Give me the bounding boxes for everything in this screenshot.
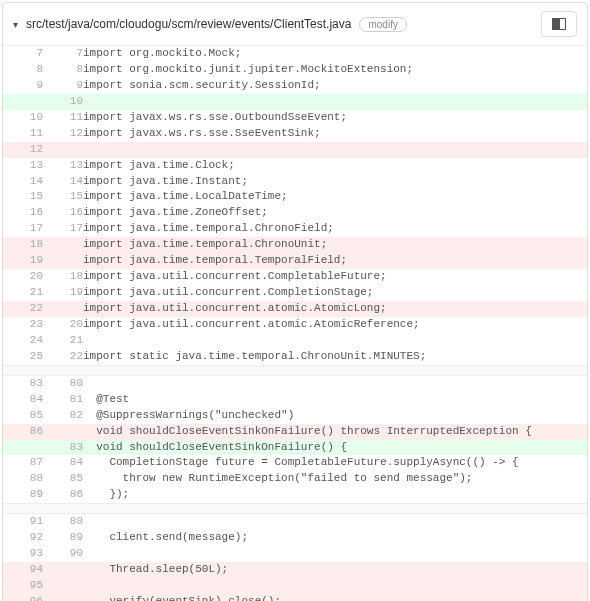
line-number-old: 23 (3, 317, 43, 333)
file-path: src/test/java/com/cloudogu/scm/review/ev… (26, 17, 351, 31)
diff-row: 12 (3, 142, 587, 158)
columns-icon (552, 18, 566, 30)
code-content[interactable]: Thread.sleep(50L); (83, 562, 587, 578)
code-content[interactable]: throw new RuntimeException("failed to se… (83, 471, 587, 487)
line-number-old: 86 (3, 424, 43, 440)
diff-row: 1011import javax.ws.rs.sse.OutboundSseEv… (3, 110, 587, 126)
line-number-old: 7 (3, 46, 43, 62)
code-content[interactable]: import javax.ws.rs.sse.OutboundSseEvent; (83, 110, 587, 126)
diff-row: 2320import java.util.concurrent.atomic.A… (3, 317, 587, 333)
code-content[interactable] (83, 578, 587, 594)
diff-gap (3, 365, 587, 375)
code-content[interactable]: import java.time.temporal.ChronoField; (83, 221, 587, 237)
code-content[interactable]: @Test (83, 392, 587, 408)
line-number-old: 8 (3, 62, 43, 78)
code-content[interactable]: import java.time.temporal.ChronoUnit; (83, 237, 587, 253)
diff-row: 9188 (3, 514, 587, 530)
diff-row: 2421 (3, 333, 587, 349)
line-number-old: 11 (3, 126, 43, 142)
diff-row: 1717import java.time.temporal.ChronoFiel… (3, 221, 587, 237)
line-number-old: 19 (3, 253, 43, 269)
line-number-old: 96 (3, 594, 43, 601)
chevron-down-icon: ▾ (13, 19, 18, 30)
code-content[interactable] (83, 514, 587, 530)
line-number-new: 84 (43, 455, 83, 471)
line-number-new: 83 (43, 440, 83, 456)
diff-row: 8885 throw new RuntimeException("failed … (3, 471, 587, 487)
line-number-new (43, 142, 83, 158)
line-number-new: 11 (43, 110, 83, 126)
code-content[interactable]: import java.time.temporal.TemporalField; (83, 253, 587, 269)
diff-row: 8986 }); (3, 487, 587, 503)
line-number-old: 10 (3, 110, 43, 126)
code-content[interactable]: import static java.time.temporal.ChronoU… (83, 349, 587, 365)
diff-row: 10 (3, 94, 587, 110)
code-content[interactable]: import java.time.Clock; (83, 158, 587, 174)
diff-table: 77import org.mockito.Mock;88import org.m… (3, 46, 587, 601)
code-content[interactable]: import java.util.concurrent.atomic.Atomi… (83, 317, 587, 333)
line-number-old: 20 (3, 269, 43, 285)
diff-row: 99import sonia.scm.security.SessionId; (3, 78, 587, 94)
line-number-old: 14 (3, 174, 43, 190)
line-number-new: 14 (43, 174, 83, 190)
code-content[interactable]: import javax.ws.rs.sse.SseEventSink; (83, 126, 587, 142)
line-number-new (43, 424, 83, 440)
diff-gap (3, 504, 587, 514)
code-content[interactable]: import java.time.ZoneOffset; (83, 205, 587, 221)
line-number-new: 13 (43, 158, 83, 174)
diff-row: 77import org.mockito.Mock; (3, 46, 587, 62)
code-content[interactable]: import java.util.concurrent.CompletionSt… (83, 285, 587, 301)
diff-row: 8380 (3, 375, 587, 391)
code-content[interactable]: @SuppressWarnings("unchecked") (83, 408, 587, 424)
line-number-old: 92 (3, 530, 43, 546)
diff-row: 22import java.util.concurrent.atomic.Ato… (3, 301, 587, 317)
code-content[interactable]: CompletionStage future = CompletableFutu… (83, 455, 587, 471)
line-number-old: 22 (3, 301, 43, 317)
code-content[interactable]: import java.util.concurrent.atomic.Atomi… (83, 301, 587, 317)
side-by-side-button[interactable] (541, 11, 577, 37)
file-header[interactable]: ▾ src/test/java/com/cloudogu/scm/review/… (3, 3, 587, 46)
line-number-new (43, 594, 83, 601)
line-number-new: 20 (43, 317, 83, 333)
code-content[interactable]: import org.mockito.Mock; (83, 46, 587, 62)
code-content[interactable]: void shouldCloseEventSinkOnFailure() { (83, 440, 587, 456)
line-number-old: 93 (3, 546, 43, 562)
line-number-old (3, 94, 43, 110)
line-number-new: 88 (43, 514, 83, 530)
code-content[interactable]: import java.util.concurrent.CompletableF… (83, 269, 587, 285)
diff-row: 9289 client.send(message); (3, 530, 587, 546)
line-number-new: 18 (43, 269, 83, 285)
code-content[interactable] (83, 142, 587, 158)
code-content[interactable]: import sonia.scm.security.SessionId; (83, 78, 587, 94)
line-number-new: 7 (43, 46, 83, 62)
line-number-new: 85 (43, 471, 83, 487)
line-number-old: 89 (3, 487, 43, 503)
code-content[interactable]: client.send(message); (83, 530, 587, 546)
code-content[interactable]: import java.time.LocalDateTime; (83, 189, 587, 205)
code-content[interactable]: void shouldCloseEventSinkOnFailure() thr… (83, 424, 587, 440)
code-content[interactable]: import java.time.Instant; (83, 174, 587, 190)
code-content[interactable] (83, 375, 587, 391)
line-number-old: 94 (3, 562, 43, 578)
diff-row: 94 Thread.sleep(50L); (3, 562, 587, 578)
line-number-new: 9 (43, 78, 83, 94)
line-number-new: 12 (43, 126, 83, 142)
code-content[interactable]: import org.mockito.junit.jupiter.Mockito… (83, 62, 587, 78)
diff-row: 88import org.mockito.junit.jupiter.Mocki… (3, 62, 587, 78)
line-number-new: 17 (43, 221, 83, 237)
line-number-old: 15 (3, 189, 43, 205)
code-content[interactable] (83, 94, 587, 110)
line-number-new: 8 (43, 62, 83, 78)
code-content[interactable] (83, 546, 587, 562)
line-number-new (43, 578, 83, 594)
code-content[interactable]: }); (83, 487, 587, 503)
code-content[interactable]: verify(eventSink).close(); (83, 594, 587, 601)
line-number-new: 86 (43, 487, 83, 503)
line-number-old: 91 (3, 514, 43, 530)
diff-row: 86 void shouldCloseEventSinkOnFailure() … (3, 424, 587, 440)
diff-row: 1616import java.time.ZoneOffset; (3, 205, 587, 221)
diff-row: 8481 @Test (3, 392, 587, 408)
diff-row: 2119import java.util.concurrent.Completi… (3, 285, 587, 301)
code-content[interactable] (83, 333, 587, 349)
diff-row: 95 (3, 578, 587, 594)
